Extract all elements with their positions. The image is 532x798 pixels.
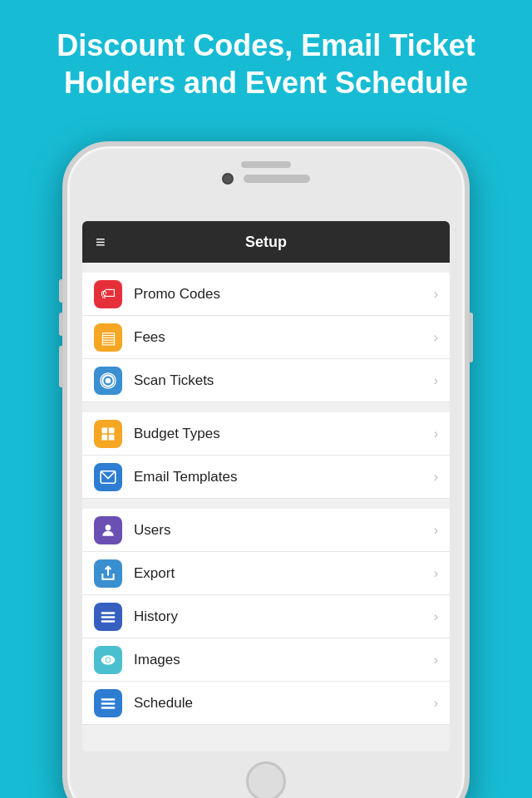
- users-icon: [94, 516, 122, 544]
- section-gap-2: [82, 402, 450, 412]
- promo-codes-icon: 🏷: [94, 280, 122, 308]
- page-title: Discount Codes, Email Ticket Holders and…: [33, 27, 499, 101]
- menu-section-1: 🏷 Promo Codes › ▤ Fees › Scan Tickets: [82, 273, 450, 402]
- phone-earpiece: [244, 175, 310, 183]
- budget-types-chevron: ›: [434, 426, 438, 441]
- svg-rect-16: [101, 698, 116, 701]
- svg-point-8: [106, 525, 111, 530]
- menu-item-promo-codes[interactable]: 🏷 Promo Codes ›: [82, 273, 450, 316]
- nav-title: Setup: [245, 234, 287, 251]
- history-label: History: [134, 608, 434, 625]
- phone-top: [67, 146, 465, 185]
- scan-tickets-icon: [94, 367, 122, 395]
- images-icon: [94, 646, 122, 674]
- export-icon: [94, 559, 122, 588]
- users-label: Users: [134, 522, 434, 539]
- side-button-vol-up: [59, 313, 63, 336]
- svg-rect-18: [101, 707, 116, 709]
- menu-item-export[interactable]: Export ›: [82, 552, 450, 595]
- svg-rect-3: [102, 427, 108, 433]
- menu-item-scan-tickets[interactable]: Scan Tickets ›: [82, 359, 450, 402]
- history-chevron: ›: [434, 609, 438, 624]
- email-templates-chevron: ›: [434, 470, 438, 485]
- fees-label: Fees: [134, 329, 434, 346]
- menu-section-2: Budget Types › Email Templates ›: [82, 412, 450, 499]
- users-chevron: ›: [434, 523, 438, 538]
- schedule-label: Schedule: [134, 695, 434, 712]
- section-gap-3: [82, 499, 450, 509]
- menu-item-users[interactable]: Users ›: [82, 509, 450, 552]
- promo-codes-chevron: ›: [434, 287, 438, 302]
- side-button-mute: [59, 279, 63, 303]
- email-templates-label: Email Templates: [134, 469, 434, 485]
- fees-icon: ▤: [94, 323, 122, 352]
- images-chevron: ›: [434, 653, 438, 667]
- menu-item-email-templates[interactable]: Email Templates ›: [82, 456, 450, 499]
- email-templates-icon: [94, 463, 122, 491]
- promo-codes-label: Promo Codes: [134, 286, 434, 303]
- phone-screen: ≡ Setup 🏷 Promo Codes › ▤ Fees ›: [82, 221, 450, 751]
- svg-rect-6: [109, 434, 115, 440]
- export-chevron: ›: [434, 566, 438, 581]
- svg-rect-4: [109, 427, 115, 433]
- menu-section-3: Users › Export ›: [82, 509, 450, 725]
- phone-camera: [222, 173, 234, 185]
- history-icon: [94, 603, 122, 631]
- side-button-vol-down: [59, 346, 63, 387]
- menu-item-fees[interactable]: ▤ Fees ›: [82, 316, 450, 359]
- menu-item-budget-types[interactable]: Budget Types ›: [82, 412, 450, 456]
- phone-shell: ≡ Setup 🏷 Promo Codes › ▤ Fees ›: [62, 141, 470, 798]
- budget-types-label: Budget Types: [134, 426, 434, 442]
- budget-types-icon: [94, 420, 122, 448]
- svg-point-0: [106, 377, 111, 383]
- svg-rect-5: [102, 434, 108, 440]
- phone-speaker: [241, 161, 291, 168]
- schedule-icon: [94, 689, 122, 717]
- schedule-chevron: ›: [434, 696, 438, 711]
- svg-rect-10: [101, 612, 116, 614]
- scan-tickets-chevron: ›: [434, 373, 438, 388]
- svg-point-15: [106, 658, 111, 662]
- page-header: Discount Codes, Email Ticket Holders and…: [0, 0, 532, 118]
- hamburger-icon[interactable]: ≡: [96, 234, 106, 250]
- export-label: Export: [134, 565, 434, 582]
- section-gap-top: [82, 263, 450, 273]
- svg-rect-17: [101, 702, 116, 705]
- svg-rect-12: [101, 620, 116, 623]
- menu-item-images[interactable]: Images ›: [82, 638, 450, 682]
- images-label: Images: [134, 652, 434, 668]
- scan-tickets-label: Scan Tickets: [134, 372, 434, 389]
- menu-list: 🏷 Promo Codes › ▤ Fees › Scan Tickets: [82, 263, 450, 751]
- menu-item-schedule[interactable]: Schedule ›: [82, 682, 450, 725]
- menu-item-history[interactable]: History ›: [82, 595, 450, 638]
- svg-rect-11: [101, 616, 116, 618]
- home-button[interactable]: [246, 761, 286, 798]
- app-navbar: ≡ Setup: [82, 221, 450, 263]
- fees-chevron: ›: [434, 330, 438, 345]
- side-button-power: [469, 313, 473, 362]
